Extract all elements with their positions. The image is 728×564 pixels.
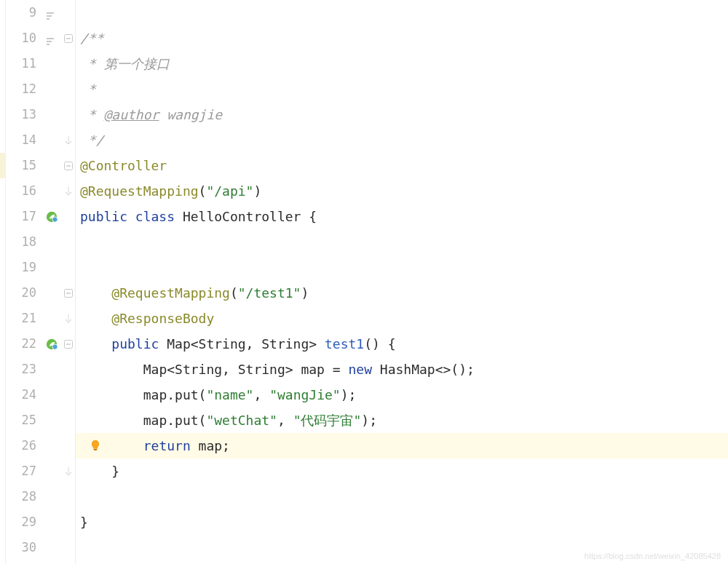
icon-gutter [42, 0, 63, 564]
code-line[interactable] [76, 229, 728, 255]
fold-collapse-icon[interactable] [64, 289, 73, 298]
code-token: 第一个接口 [104, 56, 170, 71]
code-line[interactable]: map.put("wetChat", "代码宇宙"); [76, 408, 728, 433]
code-token: @author [104, 107, 159, 122]
line-number-gutter[interactable]: 9101112131415161718192021222324252627282… [6, 0, 42, 564]
code-line[interactable]: public class HelloController { [76, 204, 728, 229]
code-area[interactable]: /** * 第一个接口 * * @author wangjie */@Contr… [76, 0, 728, 564]
structure-icon[interactable] [45, 33, 55, 44]
code-token: "/api" [206, 183, 253, 199]
svg-rect-4 [47, 41, 52, 42]
line-number[interactable]: 13 [6, 102, 36, 127]
code-token: HashMap<>(); [380, 362, 475, 377]
line-number[interactable]: 17 [6, 204, 36, 229]
line-number[interactable]: 26 [6, 433, 36, 458]
line-number[interactable]: 15 [6, 153, 36, 178]
code-token: "/test1" [238, 285, 301, 301]
code-line[interactable] [76, 0, 728, 25]
code-line[interactable]: } [76, 509, 728, 535]
svg-rect-3 [47, 38, 54, 39]
svg-rect-0 [47, 12, 54, 14]
line-number[interactable]: 27 [6, 458, 36, 484]
line-number[interactable]: 28 [6, 484, 36, 509]
code-token: * [80, 107, 104, 122]
line-number[interactable]: 29 [6, 509, 36, 535]
svg-point-9 [52, 344, 58, 349]
line-number[interactable]: 22 [6, 331, 36, 357]
code-line[interactable]: return map; [76, 433, 728, 458]
fold-collapse-icon[interactable] [64, 34, 73, 43]
code-token: Map<String, String> [167, 336, 325, 351]
code-token: new [348, 362, 379, 377]
code-line[interactable] [76, 484, 728, 509]
code-line[interactable]: @RequestMapping("/api") [76, 178, 728, 204]
code-token: @Controller [80, 158, 167, 173]
code-line[interactable] [76, 255, 728, 280]
fold-gutter[interactable] [63, 0, 76, 564]
line-number[interactable]: 30 [6, 535, 36, 560]
code-line[interactable]: * [76, 76, 728, 102]
code-line[interactable]: /** [76, 25, 728, 51]
code-token: Map<String, String> map = [143, 362, 349, 377]
code-token: ); [361, 413, 377, 428]
line-number[interactable]: 14 [6, 127, 36, 153]
code-line[interactable]: @ResponseBody [76, 306, 728, 331]
structure-icon[interactable] [45, 8, 55, 18]
code-line[interactable]: } [76, 458, 728, 484]
line-number[interactable]: 10 [6, 25, 36, 51]
line-number[interactable]: 9 [6, 0, 36, 25]
code-token: ( [230, 285, 238, 301]
intention-bulb-icon[interactable] [89, 439, 102, 452]
code-token: "代码宇宙" [293, 413, 362, 428]
line-number[interactable]: 21 [6, 306, 36, 331]
svg-rect-1 [47, 15, 52, 17]
code-line[interactable]: @Controller [76, 153, 728, 178]
line-number[interactable]: 16 [6, 178, 36, 204]
line-number[interactable]: 12 [6, 76, 36, 102]
code-token: ); [341, 387, 357, 402]
line-number[interactable]: 11 [6, 51, 36, 76]
line-number[interactable]: 18 [6, 229, 36, 255]
code-token: /** [80, 31, 104, 46]
code-token: } [80, 515, 88, 530]
code-token: public [111, 336, 167, 351]
code-token: map.put( [143, 387, 207, 402]
fold-collapse-icon[interactable] [64, 340, 73, 349]
code-token: , [253, 387, 269, 402]
code-line[interactable]: public Map<String, String> test1() { [76, 331, 728, 357]
code-token: @ResponseBody [111, 311, 214, 326]
code-token: } [111, 464, 119, 479]
code-token: wangjie [159, 107, 222, 122]
fold-end-icon[interactable] [64, 314, 73, 323]
code-line[interactable]: Map<String, String> map = new HashMap<>(… [76, 357, 728, 382]
code-token: ) [301, 285, 309, 301]
code-line[interactable]: */ [76, 127, 728, 153]
code-token: ( [199, 183, 207, 199]
code-token: @RequestMapping [111, 285, 230, 301]
spring-gutter-icon[interactable] [45, 338, 58, 351]
svg-rect-2 [47, 18, 50, 20]
line-number[interactable]: 25 [6, 408, 36, 433]
code-token: public class [80, 209, 183, 224]
code-line[interactable]: map.put("name", "wangJie"); [76, 382, 728, 408]
code-line[interactable]: * 第一个接口 [76, 51, 728, 76]
code-token: "wetChat" [206, 413, 277, 428]
code-token: return [143, 438, 199, 453]
code-line[interactable]: * @author wangjie [76, 102, 728, 127]
line-number[interactable]: 20 [6, 280, 36, 306]
line-number[interactable]: 23 [6, 357, 36, 382]
code-token: , [277, 413, 293, 428]
spring-gutter-icon[interactable] [45, 210, 58, 223]
code-token: map; [199, 438, 230, 453]
code-token: ) [253, 183, 261, 199]
fold-end-icon[interactable] [64, 187, 73, 196]
fold-end-icon[interactable] [64, 136, 73, 145]
line-number[interactable]: 24 [6, 382, 36, 408]
code-line[interactable]: @RequestMapping("/test1") [76, 280, 728, 306]
fold-collapse-icon[interactable] [64, 162, 73, 170]
fold-end-icon[interactable] [64, 467, 73, 476]
svg-point-7 [52, 217, 58, 222]
code-token: () { [364, 336, 395, 351]
code-token: * [80, 82, 96, 97]
line-number[interactable]: 19 [6, 255, 36, 280]
